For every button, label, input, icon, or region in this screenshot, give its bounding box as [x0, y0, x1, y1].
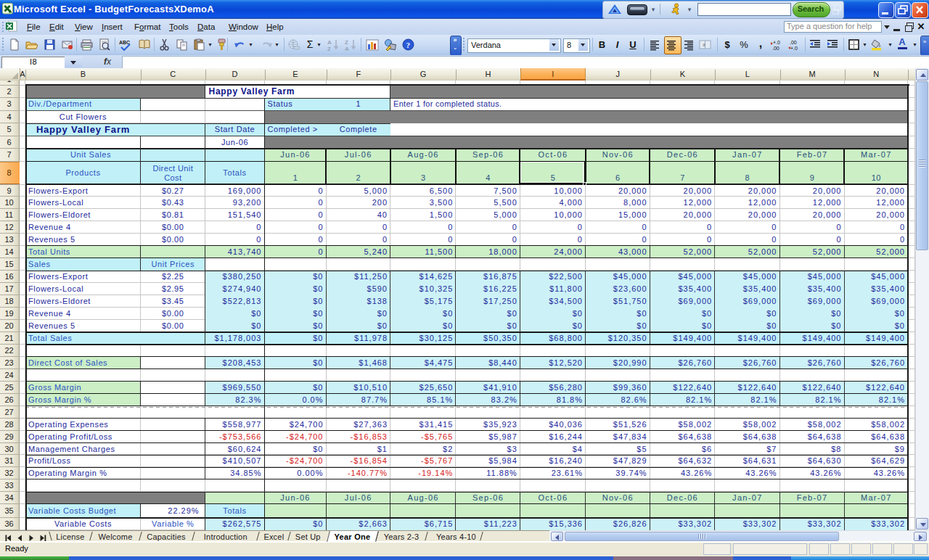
svg-text:A: A	[345, 46, 349, 52]
svg-text:?: ?	[406, 41, 411, 49]
svg-text:.00: .00	[790, 40, 797, 45]
svg-text:.00: .00	[772, 46, 779, 51]
svg-text:a: a	[703, 42, 705, 47]
svg-text:Z: Z	[327, 46, 331, 52]
svg-text:+.0: +.0	[773, 40, 780, 45]
svg-text:Z: Z	[345, 39, 348, 46]
svg-text:A: A	[327, 39, 332, 46]
svg-text:+.0: +.0	[790, 46, 798, 51]
svg-text:ABC: ABC	[119, 40, 130, 45]
